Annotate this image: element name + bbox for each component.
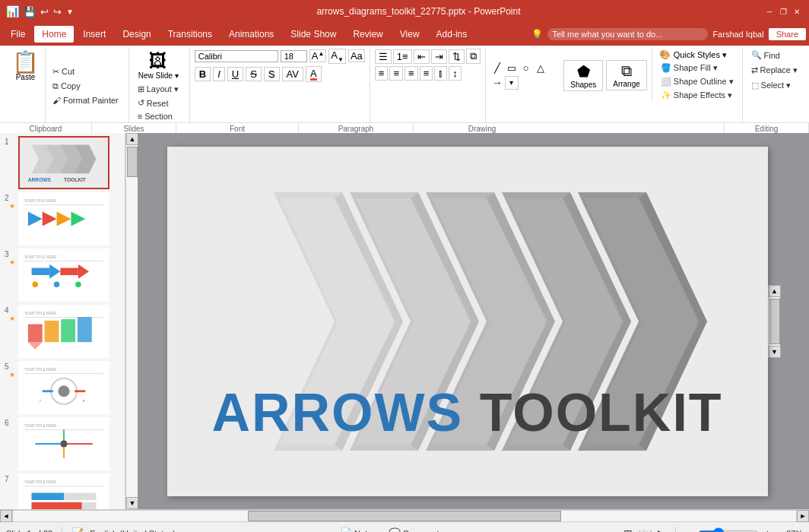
italic-button[interactable]: I [213,67,225,81]
align-center-button[interactable]: ≡ [389,66,403,81]
font-name-input[interactable] [195,50,278,62]
shape-fill-button[interactable]: 🪣 Shape Fill ▾ [657,62,738,74]
text-direction-button[interactable]: ⇅ [449,49,465,64]
h-scroll-track[interactable] [12,510,797,522]
workspace-scroll-up[interactable]: ▲ [769,285,781,297]
shape-effects-button[interactable]: ✨ Shape Effects ▾ [657,89,738,102]
underline-button[interactable]: U [227,67,243,81]
new-slide-button[interactable]: 🖼 New Slide ▾ [134,49,183,81]
copy-button[interactable]: ⧉Copy [49,80,122,93]
shape-oval[interactable]: ○ [519,62,533,75]
slide-item-4[interactable]: 4 ★ YOUR TITLE HERE [3,305,122,358]
minimize-button[interactable]: ─ [763,5,776,17]
scroll-up-button[interactable]: ▲ [126,133,138,145]
increase-font-button[interactable]: A▲ [309,49,327,62]
format-painter-button[interactable]: 🖌Format Painter [49,94,122,106]
slide-item-3[interactable]: 3 ★ YOUR TITLE HERE [3,249,122,302]
slide-thumb-3[interactable]: YOUR TITLE HERE [18,249,109,302]
shape-line[interactable]: ╱ [490,62,504,75]
scroll-left-button[interactable]: ◄ [0,510,12,522]
slide-item-5[interactable]: 5 ★ YOUR TITLE HERE ✓ ✕ [3,361,122,414]
notes-button[interactable]: 📄 Notes [340,527,376,532]
shape-more[interactable]: ▾ [505,76,519,90]
scroll-right-button[interactable]: ► [797,510,809,522]
scroll-track[interactable] [126,145,138,497]
normal-view-button[interactable]: ▭ [608,527,617,533]
menu-view[interactable]: View [392,26,427,43]
layout-button[interactable]: ⊞Layout ▾ [134,83,185,96]
reset-button[interactable]: ↺Reset [134,97,185,109]
menu-file[interactable]: File [3,26,33,43]
decrease-indent-button[interactable]: ⇤ [414,49,430,64]
shapes-button[interactable]: ⬟ Shapes [563,60,603,91]
slide-thumb-7[interactable]: YOUR TITLE HERE [18,473,109,509]
h-scroll-thumb[interactable] [248,511,561,521]
shape-arrow[interactable]: → [490,76,504,90]
zoom-out-button[interactable]: ─ [685,528,692,533]
paste-button[interactable]: 📋 Paste [6,49,46,122]
shadow-button[interactable]: S [264,67,280,81]
slide-thumb-5[interactable]: YOUR TITLE HERE ✓ ✕ [18,361,109,414]
decrease-font-button[interactable]: A▼ [328,49,346,64]
menu-addins[interactable]: Add-ins [429,26,475,43]
align-right-button[interactable]: ≡ [404,66,418,81]
quick-access-more[interactable]: ▼ [66,8,74,16]
cut-button[interactable]: ✂Cut [49,65,122,78]
slide-thumb-4[interactable]: YOUR TITLE HERE [18,305,109,358]
menu-insert[interactable]: Insert [75,26,113,43]
zoom-slider[interactable] [698,529,759,533]
zoom-in-button[interactable]: + [765,528,770,533]
workspace-scroll-down[interactable]: ▼ [769,346,781,358]
smart-art-button[interactable]: ⧉ [466,49,481,64]
tell-me-input[interactable]: Tell me what you want to do... [547,28,708,40]
workspace-scroll-track[interactable] [769,297,780,346]
section-button[interactable]: ≡Section [134,110,185,122]
scroll-thumb[interactable] [127,147,138,177]
main-slide[interactable]: ARROWS TOOLKIT [167,147,768,496]
slide-item-7[interactable]: 7 YOUR TITLE HERE [3,473,122,509]
align-left-button[interactable]: ≡ [375,66,389,81]
slide-thumb-6[interactable]: YOUR TITLE HERE [18,417,109,470]
slide-item-6[interactable]: 6 YOUR TITLE HERE [3,417,122,470]
menu-transitions[interactable]: Transitions [160,26,220,43]
clear-format-button[interactable]: Aa [348,49,365,62]
restore-button[interactable]: ❐ [777,5,789,17]
shape-rect[interactable]: ▭ [505,62,519,75]
select-button[interactable]: ⬚Select ▾ [747,79,801,92]
quick-styles-button[interactable]: 🎨 Quick Styles ▾ [657,49,738,61]
shape-outline-button[interactable]: ⬜ Shape Outline ▾ [657,75,738,88]
font-size-input[interactable] [281,50,307,62]
menu-review[interactable]: Review [345,26,390,43]
quick-access-redo[interactable]: ↪ [53,6,62,17]
menu-home[interactable]: Home [34,26,74,43]
slide-thumb-2[interactable]: YOUR TITLE HERE [18,192,109,245]
find-button[interactable]: 🔍Find [747,49,801,62]
share-button[interactable]: Share [769,28,806,40]
columns-button[interactable]: ⫿ [434,66,447,81]
reading-view-button[interactable]: 📖 [639,527,652,533]
slide-workspace[interactable]: ARROWS TOOLKIT ▲ ▼ [138,133,809,509]
char-spacing-button[interactable]: AV [282,67,303,81]
replace-button[interactable]: ⇄Replace ▾ [747,64,801,77]
arrange-button[interactable]: ⧉ Arrange [606,60,647,90]
increase-indent-button[interactable]: ⇥ [431,49,447,64]
slideshow-button[interactable]: ▶ [658,527,666,533]
scroll-down-button[interactable]: ▼ [126,497,138,509]
quick-access-save[interactable]: 💾 [24,6,36,17]
strikethrough-button[interactable]: S [246,67,262,81]
slide-thumb-1[interactable]: ARROWS TOOLKIT [18,136,109,189]
slide-item-2[interactable]: 2 ★ YOUR TITLE HERE [3,192,122,245]
menu-animations[interactable]: Animations [221,26,281,43]
slide-item-1[interactable]: 1 ARROWS TOOLKIT [3,136,122,189]
zoom-level[interactable]: 67% [776,529,803,533]
comments-button[interactable]: 💬 Comments [389,527,443,532]
numbering-button[interactable]: 1≡ [393,49,412,64]
quick-access-undo[interactable]: ↩ [40,6,49,17]
workspace-scroll-thumb[interactable] [769,299,780,344]
bullets-button[interactable]: ☰ [375,49,392,64]
justify-button[interactable]: ≡ [420,66,433,81]
font-color-button[interactable]: A [306,66,322,82]
shape-triangle[interactable]: △ [534,62,547,75]
line-spacing-button[interactable]: ↕ [449,66,462,81]
bold-button[interactable]: B [195,67,211,81]
